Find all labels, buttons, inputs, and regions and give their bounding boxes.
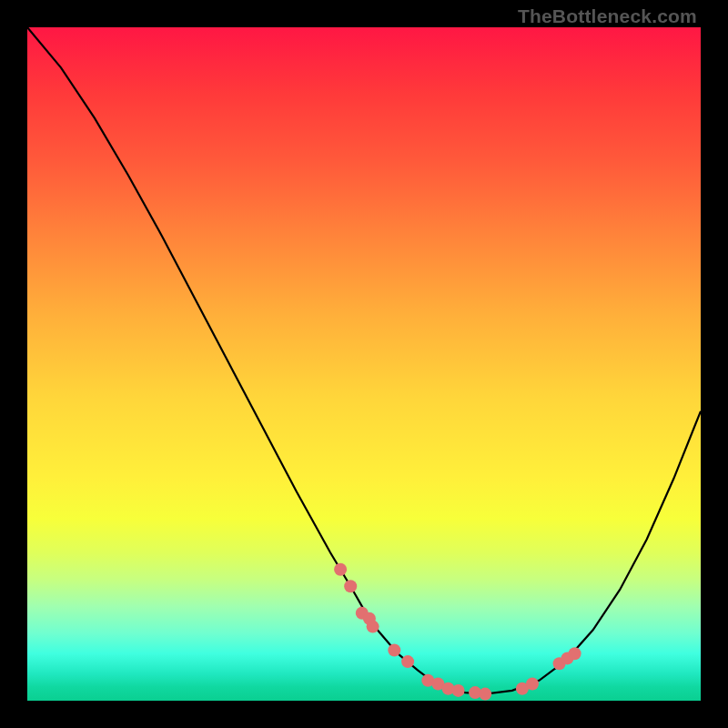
data-point <box>401 655 414 668</box>
data-point <box>367 621 379 633</box>
bottleneck-curve <box>27 27 701 694</box>
data-point <box>334 563 347 576</box>
data-point <box>569 647 581 660</box>
plot-area <box>27 27 701 701</box>
chart-svg <box>27 27 701 701</box>
data-point <box>526 678 539 691</box>
data-point <box>344 580 357 592</box>
watermark-text: TheBottleneck.com <box>518 5 697 27</box>
data-point <box>388 644 400 657</box>
data-point <box>452 684 465 697</box>
data-points <box>334 563 581 701</box>
data-point <box>479 688 491 701</box>
